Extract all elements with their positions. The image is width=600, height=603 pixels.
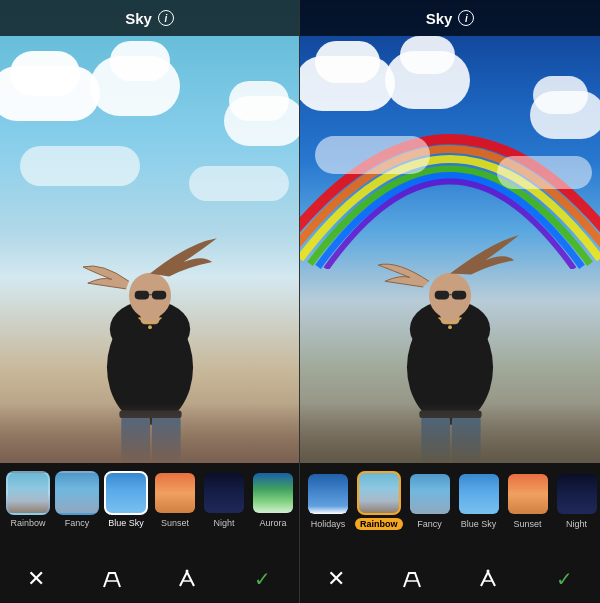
right-header: Sky i (300, 0, 600, 36)
left-bottom-panel: Rainbow Fancy Blue Sky Sunset (0, 463, 299, 603)
right-info-icon[interactable]: i (458, 10, 474, 26)
left-title-text: Sky (125, 10, 152, 27)
svg-rect-4 (134, 291, 148, 300)
filter-item-night[interactable]: Night (202, 471, 246, 528)
filter-item-rainbow-r[interactable]: Rainbow (355, 471, 403, 530)
right-erase-tool-button[interactable] (396, 563, 428, 595)
filter-label-fancy: Fancy (65, 518, 90, 528)
right-photo-area (300, 0, 600, 463)
filter-item-fancy[interactable]: Fancy (55, 471, 99, 528)
left-panel: Rainbow Fancy Blue Sky Sunset (0, 0, 300, 603)
filter-item-bluesky[interactable]: Blue Sky (104, 471, 148, 528)
filter-item-sunset-r[interactable]: Sunset (506, 472, 550, 529)
right-restore-tool-button[interactable] (472, 563, 504, 595)
filter-label-bluesky: Blue Sky (108, 518, 144, 528)
filter-label-night: Night (213, 518, 234, 528)
filter-label-bluesky-r: Blue Sky (461, 519, 497, 529)
filter-label-night-r: Night (566, 519, 587, 529)
restore-tool-button[interactable] (171, 563, 203, 595)
svg-point-7 (148, 325, 152, 329)
right-toolbar: ✕ ✓ (300, 555, 600, 603)
right-panel: Holidays Rainbow Fancy Blue Sky (300, 0, 600, 603)
right-bottom-panel: Holidays Rainbow Fancy Blue Sky (300, 463, 600, 603)
confirm-button[interactable]: ✓ (247, 563, 279, 595)
right-title-text: Sky (426, 10, 453, 27)
left-header: Sky i (0, 0, 299, 36)
left-info-icon[interactable]: i (158, 10, 174, 26)
svg-rect-5 (151, 291, 165, 300)
right-confirm-button[interactable]: ✓ (548, 563, 580, 595)
filter-label-rainbow: Rainbow (10, 518, 45, 528)
left-title: Sky i (125, 10, 174, 27)
left-filter-strip: Rainbow Fancy Blue Sky Sunset (0, 463, 299, 532)
left-photo-area (0, 0, 299, 463)
filter-item-holidays[interactable]: Holidays (306, 472, 350, 529)
right-cancel-button[interactable]: ✕ (320, 563, 352, 595)
filter-item-sunset[interactable]: Sunset (153, 471, 197, 528)
filter-item-aurora[interactable]: Aurora (251, 471, 295, 528)
filter-label-sunset-r: Sunset (513, 519, 541, 529)
svg-rect-21 (452, 291, 466, 300)
left-toolbar: ✕ ✓ (0, 555, 299, 603)
filter-item-fancy-r[interactable]: Fancy (408, 472, 452, 529)
svg-point-14 (186, 570, 189, 573)
filter-item-night-r[interactable]: Night (555, 472, 599, 529)
right-filter-strip: Holidays Rainbow Fancy Blue Sky (300, 463, 600, 534)
filter-label-aurora: Aurora (259, 518, 286, 528)
filter-label-sunset: Sunset (161, 518, 189, 528)
right-title: Sky i (426, 10, 475, 27)
svg-rect-20 (435, 291, 449, 300)
svg-point-23 (448, 325, 452, 329)
filter-item-bluesky-r[interactable]: Blue Sky (457, 472, 501, 529)
filter-label-holidays: Holidays (311, 519, 346, 529)
filter-label-rainbow-active: Rainbow (355, 518, 403, 530)
filter-item-rainbow[interactable]: Rainbow (6, 471, 50, 528)
erase-tool-button[interactable] (96, 563, 128, 595)
cancel-button[interactable]: ✕ (20, 563, 52, 595)
filter-label-fancy-r: Fancy (417, 519, 442, 529)
svg-point-29 (487, 570, 490, 573)
